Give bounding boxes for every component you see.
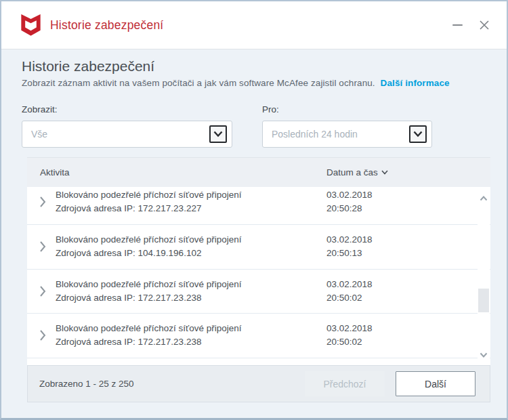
activity-date: 03.02.2018 [326,233,373,247]
previous-button[interactable]: Předchozí [305,371,385,396]
activity-time: 20:50:28 [326,202,373,215]
dropdown-button[interactable] [209,125,227,143]
column-header-activity[interactable]: Aktivita [27,167,70,177]
next-button[interactable]: Další [396,371,475,396]
activity-time: 20:50:02 [326,291,373,305]
activity-detail: Zdrojová adresa IP: 172.217.23.238 [56,335,241,349]
chevron-right-icon [39,240,46,253]
pagination-bar: Zobrazeno 1 - 25 z 250 Předchozí Další [27,365,490,402]
activity-text: Blokováno podezřelé příchozí síťové přip… [56,188,241,202]
for-filter-value: Posledních 24 hodin [272,129,409,140]
subtitle-text: Zobrazit záznam aktivit na vašem počítač… [22,78,375,88]
show-filter-dropdown[interactable]: Vše [22,121,232,148]
for-filter-dropdown[interactable]: Posledních 24 hodin [262,121,432,148]
show-filter-label: Zobrazit: [22,104,58,114]
scroll-down-button[interactable] [478,350,490,360]
activity-time: 20:50:13 [326,247,373,260]
learn-more-link[interactable]: Další informace [381,78,450,88]
activity-text: Blokováno podezřelé příchozí síťové přip… [56,233,241,247]
security-history-window: Historie zabezpečení Historie zabezpečen… [0,0,508,420]
table-row[interactable]: Blokováno podezřelé příchozí síťové přip… [27,225,490,270]
activity-text: Blokováno podezřelé příchozí síťové přip… [56,322,241,335]
chevron-right-icon [39,285,46,297]
page-subtitle: Zobrazit záznam aktivit na vašem počítač… [22,78,450,88]
activity-text: Blokováno podezřelé příchozí síťové přip… [56,278,241,291]
activity-detail: Zdrojová adresa IP: 172.217.23.227 [56,202,241,215]
table-scrollbar[interactable] [478,187,490,365]
table-body: Blokováno podezřelé příchozí síťové přip… [27,187,490,365]
results-summary: Zobrazeno 1 - 25 z 250 [39,379,134,389]
minimize-icon [452,24,463,26]
chevron-down-icon [213,131,223,138]
column-header-datetime-label: Datum a čas [326,167,378,177]
sort-chevron-down-icon [381,170,388,175]
table-header: Aktivita Datum a čas [27,157,490,187]
dropdown-button[interactable] [409,125,427,143]
table-row[interactable]: Blokováno podezřelé příchozí síťové přip… [27,270,490,314]
show-filter-value: Vše [31,129,209,140]
chevron-right-icon [39,329,46,341]
activity-detail: Zdrojová adresa IP: 172.217.23.238 [56,291,241,305]
titlebar: Historie zabezpečení [1,1,507,49]
for-filter-label: Pro: [262,104,279,114]
activity-date: 03.02.2018 [326,322,373,335]
activity-table: Aktivita Datum a čas Blokováno podezřelé… [27,157,490,365]
close-button[interactable] [475,16,493,34]
chevron-down-icon [480,352,488,358]
chevron-down-icon [413,131,423,138]
scrollbar-thumb[interactable] [478,289,489,312]
page-title: Historie zabezpečení [22,58,154,75]
activity-date: 03.02.2018 [326,278,373,291]
table-row[interactable]: Blokováno podezřelé příchozí síťové přip… [27,314,490,358]
mcafee-logo-icon [20,14,41,37]
chevron-right-icon [39,196,46,208]
activity-time: 20:50:02 [326,335,373,349]
close-icon [479,20,490,30]
chevron-up-icon [480,196,488,201]
window-title: Historie zabezpečení [50,18,163,33]
activity-detail: Zdrojová adresa IP: 104.19.196.102 [56,247,241,260]
activity-date: 03.02.2018 [326,188,373,202]
column-header-datetime[interactable]: Datum a čas [326,167,388,177]
scroll-up-button[interactable] [478,194,490,203]
minimize-button[interactable] [448,16,466,34]
table-row[interactable]: Blokováno podezřelé příchozí síťové přip… [27,187,490,225]
